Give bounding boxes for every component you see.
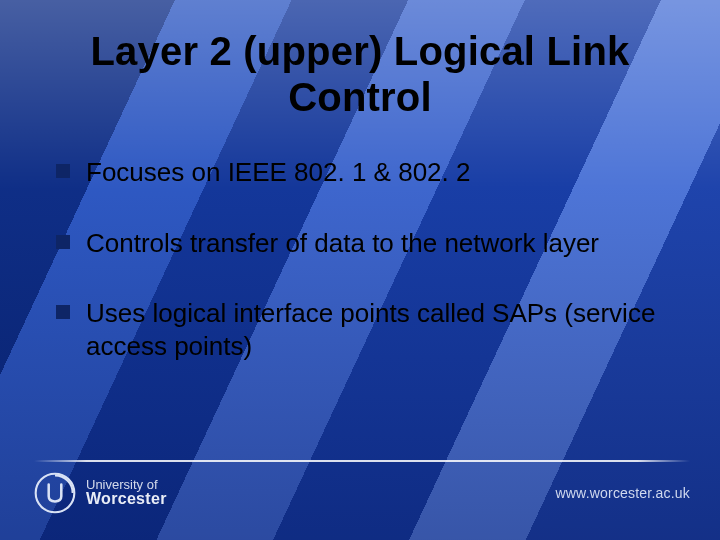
bullet-square-icon [56, 164, 70, 178]
list-item: Uses logical interface points called SAP… [56, 297, 664, 362]
list-item: Focuses on IEEE 802. 1 & 802. 2 [56, 156, 664, 189]
crest-icon [34, 472, 76, 514]
footer-row: University of Worcester www.worcester.ac… [34, 468, 690, 518]
bullet-square-icon [56, 235, 70, 249]
logo-text: University of Worcester [86, 478, 167, 508]
bullet-text: Uses logical interface points called SAP… [86, 297, 664, 362]
slide-content: Layer 2 (upper) Logical Link Control Foc… [0, 0, 720, 540]
list-item: Controls transfer of data to the network… [56, 227, 664, 260]
bullet-text: Focuses on IEEE 802. 1 & 802. 2 [86, 156, 470, 189]
slide-title: Layer 2 (upper) Logical Link Control [56, 28, 664, 120]
footer-divider [34, 460, 690, 462]
logo-line1: University of [86, 478, 167, 492]
university-logo: University of Worcester [34, 472, 167, 514]
bullet-text: Controls transfer of data to the network… [86, 227, 599, 260]
svg-point-0 [36, 474, 75, 513]
footer-url: www.worcester.ac.uk [555, 485, 690, 501]
bullet-list: Focuses on IEEE 802. 1 & 802. 2 Controls… [56, 156, 664, 362]
bullet-square-icon [56, 305, 70, 319]
slide-footer: University of Worcester www.worcester.ac… [0, 460, 720, 518]
logo-line2: Worcester [86, 491, 167, 508]
